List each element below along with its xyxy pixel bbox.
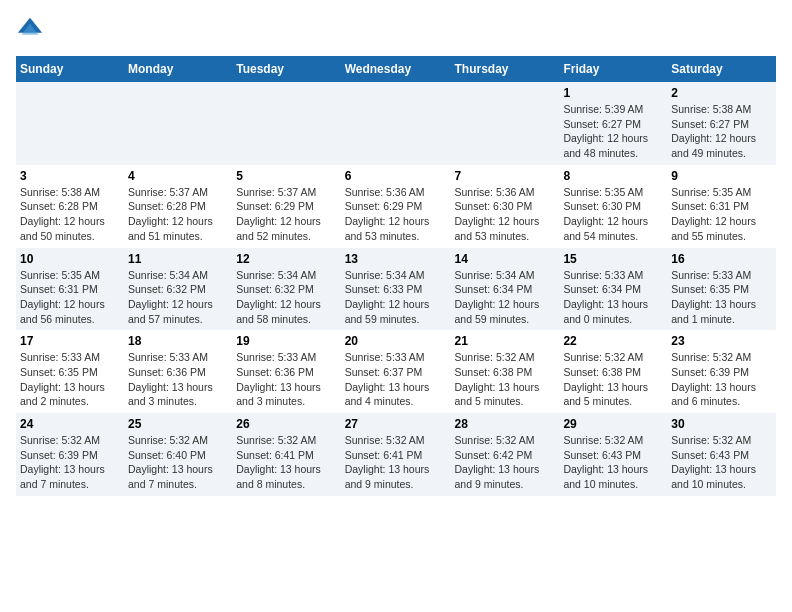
day-info: Sunrise: 5:35 AM Sunset: 6:31 PM Dayligh… xyxy=(671,186,756,242)
day-number: 4 xyxy=(128,169,228,183)
weekday-header-tuesday: Tuesday xyxy=(232,56,340,82)
day-info: Sunrise: 5:32 AM Sunset: 6:42 PM Dayligh… xyxy=(455,434,540,490)
day-number: 24 xyxy=(20,417,120,431)
day-number: 15 xyxy=(563,252,663,266)
week-row-1: 1Sunrise: 5:39 AM Sunset: 6:27 PM Daylig… xyxy=(16,82,776,165)
day-info: Sunrise: 5:32 AM Sunset: 6:38 PM Dayligh… xyxy=(563,351,648,407)
calendar-cell: 14Sunrise: 5:34 AM Sunset: 6:34 PM Dayli… xyxy=(451,248,560,331)
calendar-cell: 3Sunrise: 5:38 AM Sunset: 6:28 PM Daylig… xyxy=(16,165,124,248)
day-info: Sunrise: 5:32 AM Sunset: 6:41 PM Dayligh… xyxy=(345,434,430,490)
day-number: 3 xyxy=(20,169,120,183)
calendar-cell: 13Sunrise: 5:34 AM Sunset: 6:33 PM Dayli… xyxy=(341,248,451,331)
day-number: 18 xyxy=(128,334,228,348)
day-number: 14 xyxy=(455,252,556,266)
day-info: Sunrise: 5:32 AM Sunset: 6:38 PM Dayligh… xyxy=(455,351,540,407)
day-info: Sunrise: 5:33 AM Sunset: 6:34 PM Dayligh… xyxy=(563,269,648,325)
day-info: Sunrise: 5:32 AM Sunset: 6:43 PM Dayligh… xyxy=(671,434,756,490)
calendar-cell: 17Sunrise: 5:33 AM Sunset: 6:35 PM Dayli… xyxy=(16,330,124,413)
weekday-row: SundayMondayTuesdayWednesdayThursdayFrid… xyxy=(16,56,776,82)
calendar-cell: 24Sunrise: 5:32 AM Sunset: 6:39 PM Dayli… xyxy=(16,413,124,496)
calendar-cell: 20Sunrise: 5:33 AM Sunset: 6:37 PM Dayli… xyxy=(341,330,451,413)
day-number: 25 xyxy=(128,417,228,431)
day-number: 13 xyxy=(345,252,447,266)
day-number: 1 xyxy=(563,86,663,100)
day-number: 11 xyxy=(128,252,228,266)
calendar-cell: 26Sunrise: 5:32 AM Sunset: 6:41 PM Dayli… xyxy=(232,413,340,496)
day-number: 20 xyxy=(345,334,447,348)
day-info: Sunrise: 5:34 AM Sunset: 6:32 PM Dayligh… xyxy=(128,269,213,325)
week-row-5: 24Sunrise: 5:32 AM Sunset: 6:39 PM Dayli… xyxy=(16,413,776,496)
day-number: 28 xyxy=(455,417,556,431)
day-info: Sunrise: 5:32 AM Sunset: 6:41 PM Dayligh… xyxy=(236,434,321,490)
calendar-cell: 22Sunrise: 5:32 AM Sunset: 6:38 PM Dayli… xyxy=(559,330,667,413)
day-number: 7 xyxy=(455,169,556,183)
day-number: 9 xyxy=(671,169,772,183)
calendar-cell: 21Sunrise: 5:32 AM Sunset: 6:38 PM Dayli… xyxy=(451,330,560,413)
day-number: 26 xyxy=(236,417,336,431)
weekday-header-saturday: Saturday xyxy=(667,56,776,82)
day-info: Sunrise: 5:36 AM Sunset: 6:30 PM Dayligh… xyxy=(455,186,540,242)
day-info: Sunrise: 5:32 AM Sunset: 6:43 PM Dayligh… xyxy=(563,434,648,490)
calendar-cell: 12Sunrise: 5:34 AM Sunset: 6:32 PM Dayli… xyxy=(232,248,340,331)
calendar-cell: 2Sunrise: 5:38 AM Sunset: 6:27 PM Daylig… xyxy=(667,82,776,165)
day-info: Sunrise: 5:34 AM Sunset: 6:32 PM Dayligh… xyxy=(236,269,321,325)
day-info: Sunrise: 5:38 AM Sunset: 6:28 PM Dayligh… xyxy=(20,186,105,242)
day-info: Sunrise: 5:34 AM Sunset: 6:33 PM Dayligh… xyxy=(345,269,430,325)
day-number: 23 xyxy=(671,334,772,348)
calendar-cell xyxy=(341,82,451,165)
day-number: 22 xyxy=(563,334,663,348)
day-number: 5 xyxy=(236,169,336,183)
calendar-cell: 9Sunrise: 5:35 AM Sunset: 6:31 PM Daylig… xyxy=(667,165,776,248)
day-number: 29 xyxy=(563,417,663,431)
calendar-header: SundayMondayTuesdayWednesdayThursdayFrid… xyxy=(16,56,776,82)
week-row-3: 10Sunrise: 5:35 AM Sunset: 6:31 PM Dayli… xyxy=(16,248,776,331)
calendar-cell: 29Sunrise: 5:32 AM Sunset: 6:43 PM Dayli… xyxy=(559,413,667,496)
day-number: 16 xyxy=(671,252,772,266)
day-info: Sunrise: 5:39 AM Sunset: 6:27 PM Dayligh… xyxy=(563,103,648,159)
weekday-header-sunday: Sunday xyxy=(16,56,124,82)
weekday-header-thursday: Thursday xyxy=(451,56,560,82)
calendar-cell: 30Sunrise: 5:32 AM Sunset: 6:43 PM Dayli… xyxy=(667,413,776,496)
calendar-cell: 11Sunrise: 5:34 AM Sunset: 6:32 PM Dayli… xyxy=(124,248,232,331)
calendar-table: SundayMondayTuesdayWednesdayThursdayFrid… xyxy=(16,56,776,496)
weekday-header-monday: Monday xyxy=(124,56,232,82)
day-info: Sunrise: 5:33 AM Sunset: 6:37 PM Dayligh… xyxy=(345,351,430,407)
day-info: Sunrise: 5:33 AM Sunset: 6:35 PM Dayligh… xyxy=(671,269,756,325)
day-info: Sunrise: 5:33 AM Sunset: 6:36 PM Dayligh… xyxy=(236,351,321,407)
calendar-cell: 6Sunrise: 5:36 AM Sunset: 6:29 PM Daylig… xyxy=(341,165,451,248)
calendar-cell: 16Sunrise: 5:33 AM Sunset: 6:35 PM Dayli… xyxy=(667,248,776,331)
calendar-cell: 1Sunrise: 5:39 AM Sunset: 6:27 PM Daylig… xyxy=(559,82,667,165)
weekday-header-wednesday: Wednesday xyxy=(341,56,451,82)
calendar-body: 1Sunrise: 5:39 AM Sunset: 6:27 PM Daylig… xyxy=(16,82,776,496)
day-number: 19 xyxy=(236,334,336,348)
calendar-cell: 10Sunrise: 5:35 AM Sunset: 6:31 PM Dayli… xyxy=(16,248,124,331)
calendar-cell: 5Sunrise: 5:37 AM Sunset: 6:29 PM Daylig… xyxy=(232,165,340,248)
logo xyxy=(16,16,48,44)
day-info: Sunrise: 5:35 AM Sunset: 6:31 PM Dayligh… xyxy=(20,269,105,325)
day-info: Sunrise: 5:34 AM Sunset: 6:34 PM Dayligh… xyxy=(455,269,540,325)
day-number: 6 xyxy=(345,169,447,183)
day-number: 27 xyxy=(345,417,447,431)
day-info: Sunrise: 5:32 AM Sunset: 6:39 PM Dayligh… xyxy=(20,434,105,490)
day-info: Sunrise: 5:37 AM Sunset: 6:29 PM Dayligh… xyxy=(236,186,321,242)
day-number: 17 xyxy=(20,334,120,348)
day-number: 21 xyxy=(455,334,556,348)
calendar-cell: 27Sunrise: 5:32 AM Sunset: 6:41 PM Dayli… xyxy=(341,413,451,496)
calendar-cell: 28Sunrise: 5:32 AM Sunset: 6:42 PM Dayli… xyxy=(451,413,560,496)
day-info: Sunrise: 5:33 AM Sunset: 6:35 PM Dayligh… xyxy=(20,351,105,407)
day-info: Sunrise: 5:37 AM Sunset: 6:28 PM Dayligh… xyxy=(128,186,213,242)
logo-icon xyxy=(16,16,44,44)
day-info: Sunrise: 5:38 AM Sunset: 6:27 PM Dayligh… xyxy=(671,103,756,159)
calendar-cell: 19Sunrise: 5:33 AM Sunset: 6:36 PM Dayli… xyxy=(232,330,340,413)
day-info: Sunrise: 5:36 AM Sunset: 6:29 PM Dayligh… xyxy=(345,186,430,242)
page-header xyxy=(16,16,776,44)
calendar-cell: 25Sunrise: 5:32 AM Sunset: 6:40 PM Dayli… xyxy=(124,413,232,496)
calendar-cell xyxy=(232,82,340,165)
calendar-cell xyxy=(124,82,232,165)
week-row-2: 3Sunrise: 5:38 AM Sunset: 6:28 PM Daylig… xyxy=(16,165,776,248)
day-number: 30 xyxy=(671,417,772,431)
calendar-cell: 4Sunrise: 5:37 AM Sunset: 6:28 PM Daylig… xyxy=(124,165,232,248)
calendar-cell: 18Sunrise: 5:33 AM Sunset: 6:36 PM Dayli… xyxy=(124,330,232,413)
day-number: 2 xyxy=(671,86,772,100)
calendar-cell: 7Sunrise: 5:36 AM Sunset: 6:30 PM Daylig… xyxy=(451,165,560,248)
